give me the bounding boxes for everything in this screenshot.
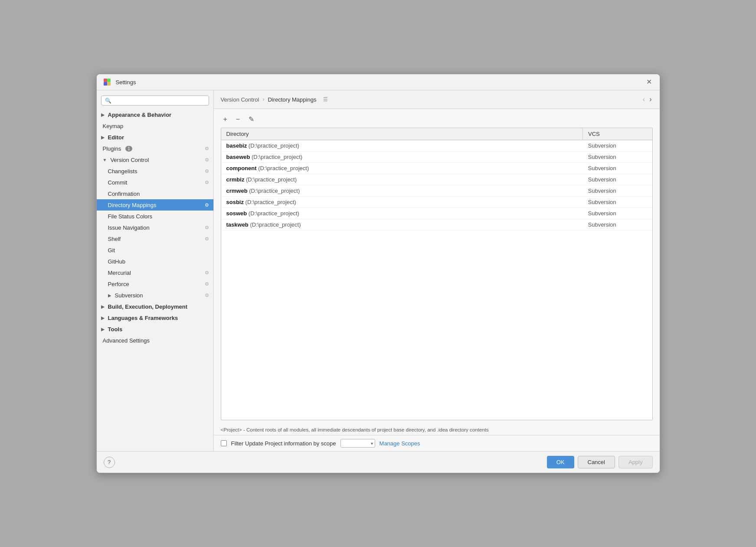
sidebar-item-editor[interactable]: ▶Editor bbox=[97, 132, 213, 143]
sidebar-label: Keymap bbox=[103, 123, 124, 129]
sidebar-item-appearance[interactable]: ▶Appearance & Behavior bbox=[97, 109, 213, 120]
dialog-footer: ? OK Cancel Apply bbox=[97, 451, 660, 473]
vcs-cell: Subversion bbox=[583, 140, 652, 152]
sidebar-item-keymap[interactable]: Keymap bbox=[97, 120, 213, 132]
add-button[interactable]: + bbox=[221, 115, 230, 124]
footer-buttons: OK Cancel Apply bbox=[547, 456, 653, 468]
sidebar-item-issue-navigation[interactable]: Issue Navigation⚙ bbox=[97, 222, 213, 233]
sidebar-label: Git bbox=[108, 247, 115, 254]
sidebar-item-commit[interactable]: Commit⚙ bbox=[97, 177, 213, 188]
sidebar-item-shelf[interactable]: Shelf⚙ bbox=[97, 233, 213, 244]
nav-forward-arrow[interactable]: › bbox=[648, 95, 652, 104]
scope-dropdown[interactable] bbox=[340, 439, 375, 448]
sidebar-label: GitHub bbox=[108, 258, 125, 265]
filter-label: Filter Update Project information by sco… bbox=[231, 440, 336, 447]
collapsed-chevron-icon: ▶ bbox=[101, 112, 105, 117]
table-row[interactable]: component (D:\practice_project)Subversio… bbox=[221, 163, 652, 174]
search-box[interactable]: 🔍 bbox=[101, 96, 209, 105]
dir-path: (D:\practice_project) bbox=[248, 188, 300, 194]
sidebar-badge: 1 bbox=[125, 146, 132, 152]
sidebar-item-advanced-settings[interactable]: Advanced Settings bbox=[97, 335, 213, 346]
sidebar-label: Plugins bbox=[103, 145, 121, 152]
table-toolbar: + − ✎ bbox=[221, 114, 653, 124]
sidebar-label: Changelists bbox=[108, 168, 137, 175]
manage-scopes-link[interactable]: Manage Scopes bbox=[380, 440, 420, 447]
gear-icon: ⚙ bbox=[205, 293, 209, 298]
footer-info-text: <Project> - Content roots of all modules… bbox=[221, 427, 489, 432]
sidebar-item-github[interactable]: GitHub bbox=[97, 256, 213, 267]
dir-name: component bbox=[226, 165, 257, 171]
breadcrumb-current: Directory Mappings bbox=[268, 96, 316, 103]
gear-icon: ⚙ bbox=[205, 146, 209, 152]
edit-button[interactable]: ✎ bbox=[246, 114, 257, 124]
sidebar-item-file-status-colors[interactable]: File Status Colors bbox=[97, 211, 213, 222]
collapsed-chevron-icon: ▶ bbox=[101, 304, 105, 309]
sidebar-label: File Status Colors bbox=[108, 213, 153, 220]
filter-checkbox[interactable] bbox=[221, 440, 227, 446]
dir-name: crmbiz bbox=[226, 176, 245, 183]
nav-back-arrow[interactable]: ‹ bbox=[642, 95, 646, 104]
gear-icon: ⚙ bbox=[205, 180, 209, 185]
svg-rect-2 bbox=[104, 82, 107, 86]
directory-table: Directory VCS basebiz (D:\practice_proje… bbox=[221, 128, 653, 420]
directory-cell: sosbiz (D:\practice_project) bbox=[221, 197, 583, 208]
sidebar-item-changelists[interactable]: Changelists⚙ bbox=[97, 165, 213, 177]
settings-dialog: Settings ✕ 🔍 ▶Appearance & BehaviorKeyma… bbox=[96, 74, 660, 473]
sidebar-item-build-execution[interactable]: ▶Build, Execution, Deployment bbox=[97, 301, 213, 312]
dialog-title: Settings bbox=[116, 79, 640, 86]
gear-icon: ⚙ bbox=[205, 281, 209, 287]
sidebar-item-confirmation[interactable]: Confirmation bbox=[97, 188, 213, 199]
sidebar-item-git[interactable]: Git bbox=[97, 244, 213, 256]
sidebar-label: Version Control bbox=[110, 157, 149, 163]
dir-path: (D:\practice_project) bbox=[257, 165, 309, 171]
directory-cell: crmbiz (D:\practice_project) bbox=[221, 174, 583, 185]
sidebar-item-mercurial[interactable]: Mercurial⚙ bbox=[97, 267, 213, 278]
sidebar-item-directory-mappings[interactable]: Directory Mappings⚙ bbox=[97, 199, 213, 211]
cancel-button[interactable]: Cancel bbox=[578, 456, 615, 468]
breadcrumb-menu-icon[interactable]: ☰ bbox=[323, 96, 328, 102]
sidebar-item-languages-frameworks[interactable]: ▶Languages & Frameworks bbox=[97, 312, 213, 323]
table-row[interactable]: taskweb (D:\practice_project)Subversion bbox=[221, 219, 652, 231]
table-row[interactable]: sosweb (D:\practice_project)Subversion bbox=[221, 208, 652, 219]
svg-rect-0 bbox=[104, 79, 107, 82]
apply-button[interactable]: Apply bbox=[619, 456, 653, 468]
collapsed-chevron-icon: ▶ bbox=[101, 327, 105, 332]
sidebar: 🔍 ▶Appearance & BehaviorKeymap▶EditorPlu… bbox=[97, 90, 214, 451]
sidebar-label: Confirmation bbox=[108, 191, 140, 197]
help-button[interactable]: ? bbox=[104, 457, 115, 468]
dir-name: crmweb bbox=[226, 188, 248, 194]
scope-dropdown-wrap bbox=[340, 439, 375, 448]
svg-rect-3 bbox=[107, 82, 111, 86]
sidebar-item-subversion[interactable]: ▶Subversion⚙ bbox=[97, 290, 213, 301]
table-row[interactable]: crmweb (D:\practice_project)Subversion bbox=[221, 185, 652, 197]
directory-cell: crmweb (D:\practice_project) bbox=[221, 185, 583, 197]
expanded-chevron-icon: ▼ bbox=[103, 158, 107, 162]
sidebar-item-perforce[interactable]: Perforce⚙ bbox=[97, 278, 213, 290]
gear-icon: ⚙ bbox=[205, 270, 209, 276]
breadcrumb-bar: Version Control › Directory Mappings ☰ ‹… bbox=[214, 90, 660, 109]
sidebar-item-tools[interactable]: ▶Tools bbox=[97, 323, 213, 335]
breadcrumb-separator: › bbox=[262, 96, 264, 102]
dir-path: (D:\practice_project) bbox=[249, 221, 301, 228]
dir-name: sosbiz bbox=[226, 199, 244, 205]
table-row[interactable]: basebiz (D:\practice_project)Subversion bbox=[221, 140, 652, 152]
sidebar-item-plugins[interactable]: Plugins1⚙ bbox=[97, 143, 213, 154]
filter-row: Filter Update Project information by sco… bbox=[214, 435, 660, 451]
directory-cell: basebiz (D:\practice_project) bbox=[221, 140, 583, 152]
table-header-row: Directory VCS bbox=[221, 128, 652, 140]
remove-button[interactable]: − bbox=[233, 115, 242, 124]
dialog-body: 🔍 ▶Appearance & BehaviorKeymap▶EditorPlu… bbox=[97, 90, 660, 451]
close-button[interactable]: ✕ bbox=[645, 78, 654, 86]
table-area: + − ✎ Directory VCS basebiz (D:\practi bbox=[214, 109, 660, 424]
table-row[interactable]: crmbiz (D:\practice_project)Subversion bbox=[221, 174, 652, 185]
sidebar-label: Mercurial bbox=[108, 270, 131, 276]
vcs-cell: Subversion bbox=[583, 163, 652, 174]
ok-button[interactable]: OK bbox=[547, 456, 574, 468]
table-row[interactable]: baseweb (D:\practice_project)Subversion bbox=[221, 152, 652, 163]
vcs-cell: Subversion bbox=[583, 174, 652, 185]
sidebar-label: Tools bbox=[108, 326, 123, 333]
table-row[interactable]: sosbiz (D:\practice_project)Subversion bbox=[221, 197, 652, 208]
search-input[interactable] bbox=[114, 97, 205, 104]
sidebar-item-version-control[interactable]: ▼Version Control⚙ bbox=[97, 154, 213, 165]
directory-cell: baseweb (D:\practice_project) bbox=[221, 152, 583, 163]
